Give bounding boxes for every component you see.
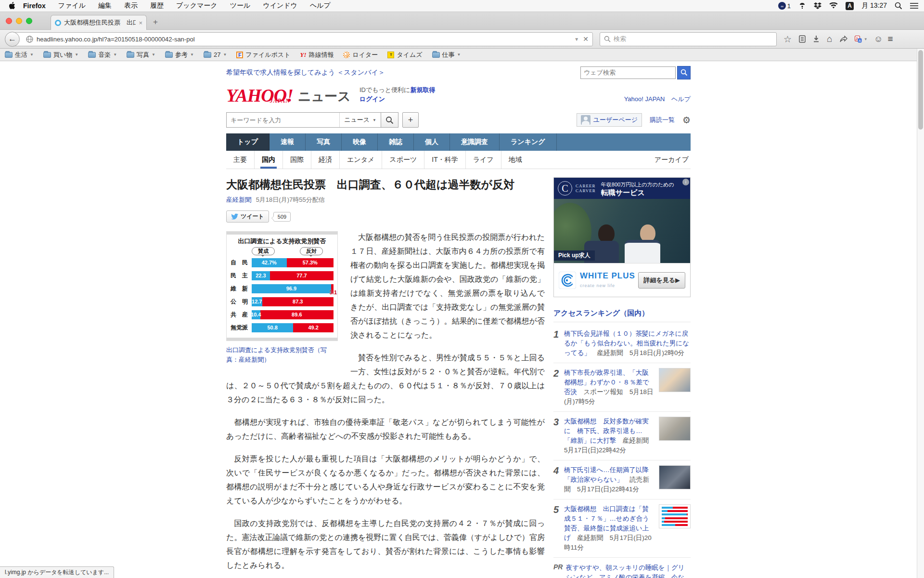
keyboard-battery-icon[interactable] (798, 2, 806, 9)
career-carver-ad[interactable]: C CAREERCARVER 年収800万円以上の方のための 転職サービス (553, 177, 691, 297)
pr-ad[interactable]: PR 夜すやすや、朝スッキリの睡眠を｜グリシンなど、アミノ酸の栄養を凝縮。今なら… (553, 558, 691, 578)
emoji-extension-icon[interactable]: ☺ (874, 34, 883, 44)
bookmark-star-icon[interactable]: ☆ (783, 34, 792, 45)
subnav-region[interactable]: 地域 (501, 151, 529, 169)
share-icon[interactable] (840, 36, 847, 42)
stop-loading-icon[interactable]: ✕ (583, 35, 589, 43)
subnav-world[interactable]: 国際 (282, 151, 311, 169)
creative-cloud-icon[interactable]: ∞ 1 (778, 1, 791, 10)
close-window-button[interactable] (6, 18, 12, 24)
user-page-box[interactable]: ユーザーページ (577, 113, 642, 127)
bookmark-times[interactable]: Tタイムズ (387, 51, 422, 59)
notification-center-icon[interactable] (910, 2, 918, 9)
exit-poll-figure[interactable]: 出口調査による支持政党別賛否 賛成 反対 自 民 42.7% 57.3% (226, 231, 338, 365)
menu-history[interactable]: 履歴 (150, 1, 164, 10)
bookmark-reuters[interactable]: ロイター (343, 51, 378, 59)
source-link[interactable]: 産経新聞 (226, 196, 251, 203)
url-dropdown-icon[interactable]: ▼ (574, 37, 579, 42)
back-button[interactable]: ← (5, 32, 20, 47)
signup-link[interactable]: 新規取得 (410, 86, 435, 93)
dropbox-icon[interactable] (814, 2, 821, 9)
browser-tab[interactable]: 大阪都構想住民投票 出口... × (51, 15, 147, 30)
gear-icon[interactable]: ⚙ (682, 115, 691, 126)
input-source-icon[interactable]: A (846, 2, 854, 10)
bookmark-folder-reference[interactable]: 参考▼ (165, 51, 194, 59)
tab-close-icon[interactable]: × (139, 19, 142, 26)
ad-info-icon[interactable]: i (682, 179, 689, 185)
ranking-item-2[interactable]: 2 橋下市長が政界引退、「大阪都構想」わずか０・８％差で否決 スポーツ報知 5月… (553, 363, 691, 412)
site-identity-globe-icon[interactable] (26, 36, 33, 43)
wifi-icon[interactable] (829, 2, 838, 9)
tab-video[interactable]: 映像 (342, 133, 378, 151)
bookmark-folder-life[interactable]: 生活▼ (5, 51, 34, 59)
web-search-button[interactable] (677, 66, 691, 79)
downloads-icon[interactable] (813, 35, 820, 43)
home-icon[interactable]: ⌂ (827, 34, 832, 44)
translate-extension-icon[interactable]: あA (855, 36, 862, 43)
subnav-economy[interactable]: 経済 (311, 151, 339, 169)
user-page-link[interactable]: ユーザーページ (593, 116, 638, 124)
tab-flash[interactable]: 速報 (270, 133, 306, 151)
pr-link[interactable]: 夜すやすや、朝スッキリの睡眠を｜グリシンなど、アミノ酸の栄養を凝縮。今なら、無料… (566, 564, 685, 578)
menu-tools[interactable]: ツール (230, 1, 251, 10)
bookmark-filepost[interactable]: Fファイルポスト (236, 51, 290, 59)
stanby-promo-link[interactable]: 希望年収で求人情報を探してみよう ＜スタンバイ＞ (226, 68, 385, 77)
ranking-item-5[interactable]: 5 大阪都構想 出口調査は「賛成５１・７％」…せめぎ合う賛否、最終盤に賛成派追い… (553, 499, 691, 558)
web-search-input[interactable] (580, 66, 676, 79)
url-bar[interactable]: headlines.yahoo.co.jp/hl?a=20150518-0000… (13, 32, 593, 46)
subnav-domestic[interactable]: 国内 (254, 151, 282, 169)
ranking-item-4[interactable]: 4 橋下氏引退へ…任期満了以降「政治家やらない」 読売新聞 5月17日(日)22… (553, 460, 691, 499)
ad-cta-button[interactable]: 詳細を見る▶ (638, 272, 685, 289)
menu-help[interactable]: ヘルプ (310, 1, 331, 10)
ranking-title[interactable]: アクセスランキング（国内） (553, 309, 691, 322)
yahoo-japan-link[interactable]: Yahoo! JAPAN (624, 95, 665, 103)
tab-magazine[interactable]: 雑誌 (378, 133, 414, 151)
bookmarks-sidebar-icon[interactable] (799, 35, 806, 43)
tab-photo[interactable]: 写真 (306, 133, 342, 151)
menu-window[interactable]: ウインドウ (263, 1, 297, 10)
figure-caption-link[interactable]: 出口調査による支持政党別賛否（写真：産経新聞） (226, 346, 327, 363)
add-search-tab-button[interactable]: + (402, 112, 419, 128)
bookmark-transit[interactable]: Y!路線情報 (300, 51, 334, 59)
login-link[interactable]: ログイン (359, 95, 385, 103)
minimize-window-button[interactable] (16, 18, 22, 24)
tab-top[interactable]: トップ (226, 133, 270, 151)
tab-ranking[interactable]: ランキング (500, 133, 557, 151)
apple-menu-icon[interactable] (9, 2, 15, 10)
scrollbar-thumb[interactable] (918, 50, 923, 130)
subnav-major[interactable]: 主要 (226, 151, 254, 169)
subnav-entertainment[interactable]: エンタメ (339, 151, 382, 169)
menu-view[interactable]: 表示 (124, 1, 138, 10)
yahoo-news-logo[interactable]: YAHOO!JAPAN ニュース (226, 87, 351, 104)
new-tab-button[interactable]: + (153, 18, 158, 26)
bookmark-folder-shopping[interactable]: 買い物▼ (43, 51, 78, 59)
bookmark-folder-27[interactable]: 27▼ (204, 51, 227, 58)
search-scope-select[interactable]: ニュース▼ (339, 113, 381, 127)
news-search-input[interactable] (227, 117, 339, 124)
bookmark-folder-work[interactable]: 仕事▼ (432, 51, 461, 59)
menu-bookmarks[interactable]: ブックマーク (176, 1, 218, 10)
subnav-life[interactable]: ライフ (465, 151, 501, 169)
tab-poll[interactable]: 意識調査 (450, 133, 500, 151)
subnav-sports[interactable]: スポーツ (382, 151, 424, 169)
ranking-item-1[interactable]: 1 橋下氏会見詳報（１０）茶髪にメガネに戻るか「もう似合わない。相当疲れた男にな… (553, 324, 691, 363)
menu-file[interactable]: ファイル (58, 1, 86, 10)
zoom-window-button[interactable] (26, 18, 32, 24)
url-text[interactable]: headlines.yahoo.co.jp/hl?a=20150518-0000… (37, 36, 570, 43)
bookmark-folder-photo[interactable]: 写真▼ (127, 51, 155, 59)
extension-dropdown-icon[interactable]: ▾ (865, 37, 867, 41)
tweet-button[interactable]: ツイート (226, 210, 269, 223)
scrollbar[interactable] (917, 49, 924, 578)
archive-link[interactable]: アーカイブ (654, 156, 691, 164)
ranking-item-3[interactable]: 3 大阪都構想 反対多数が確実に 橋下氏、政界引退も…「維新」に大打撃 産経新聞… (553, 412, 691, 460)
spotlight-search-icon[interactable] (895, 2, 902, 10)
menubar-clock[interactable]: 月 13:27 (861, 1, 887, 10)
tab-personal[interactable]: 個人 (414, 133, 450, 151)
news-search-box[interactable]: ニュース▼ (226, 112, 381, 128)
news-search-button[interactable] (381, 112, 398, 128)
subscriptions-link[interactable]: 購読一覧 (650, 116, 675, 124)
menu-firefox[interactable]: Firefox (23, 2, 46, 10)
browser-search-field[interactable]: 検索 (600, 32, 777, 46)
bookmark-folder-music[interactable]: 音楽▼ (88, 51, 117, 59)
help-link[interactable]: ヘルプ (671, 95, 691, 103)
